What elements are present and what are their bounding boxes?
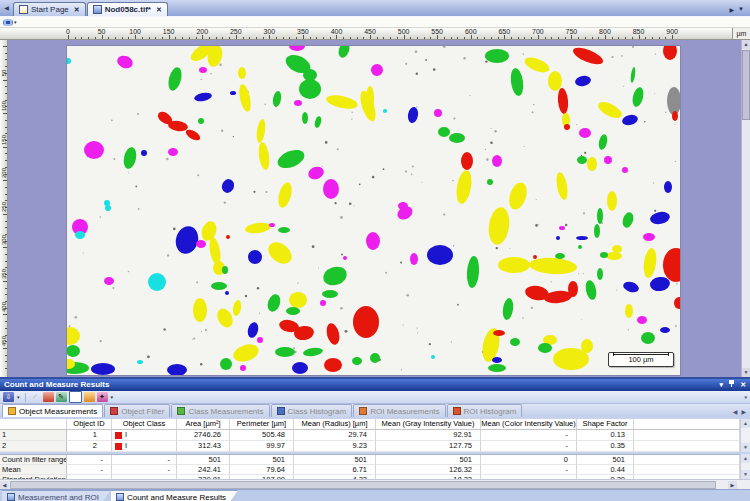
- tab-start-page[interactable]: Start Page ✕: [13, 2, 86, 16]
- cell-area[interactable]: 2746.26: [177, 430, 230, 441]
- statistics-scrollbar[interactable]: ▲ ▼: [740, 454, 750, 479]
- cell-filler[interactable]: [634, 430, 740, 441]
- cell-object-id[interactable]: 1: [67, 430, 112, 441]
- tab-object-filter[interactable]: Object Filter: [104, 404, 170, 417]
- fill-objects-icon[interactable]: [84, 392, 95, 402]
- close-tab-icon[interactable]: ✕: [156, 6, 162, 14]
- pin-icon[interactable]: [728, 379, 735, 392]
- cell-mean-gray[interactable]: 92.91: [376, 430, 481, 441]
- layers-dropdown-icon[interactable]: ▾: [14, 19, 17, 25]
- cell-mean-color[interactable]: -: [481, 430, 577, 441]
- ruler-tick: [672, 35, 673, 39]
- cell-mean-radius[interactable]: 29.74: [294, 430, 376, 441]
- close-tab-icon[interactable]: ✕: [74, 6, 80, 14]
- horizontal-scrollbar[interactable]: ◀ ▶: [0, 479, 750, 489]
- apply-check-icon[interactable]: ✓: [30, 392, 41, 402]
- cell-perimeter[interactable]: 99.97: [230, 441, 294, 452]
- particle: [220, 177, 236, 194]
- export-measurements-icon[interactable]: ⇩: [3, 392, 14, 402]
- panel-menu-icon[interactable]: ▾: [720, 379, 724, 391]
- particle: [556, 236, 560, 240]
- cell-mean-gray[interactable]: Mean (Gray Intensity Value): [376, 419, 481, 430]
- cell-object-class[interactable]: Object Class: [112, 419, 177, 430]
- segmented-image[interactable]: 100 µm: [67, 46, 680, 375]
- hscroll-thumb[interactable]: [10, 481, 716, 489]
- bottom-tab-count-and-measure-results[interactable]: Count and Measure Results: [111, 490, 238, 501]
- scroll-thumb[interactable]: [742, 50, 750, 120]
- statistics-scroll-down-icon[interactable]: ▼: [741, 470, 750, 479]
- cell-perimeter[interactable]: Perimeter [µm]: [230, 419, 294, 430]
- cell-area[interactable]: 312.43: [177, 441, 230, 452]
- cell-mean-gray[interactable]: 127.75: [376, 441, 481, 452]
- tab-image-document[interactable]: Nod058c.tif* ✕: [87, 2, 168, 16]
- cell-object-class[interactable]: I: [112, 430, 177, 441]
- ruler-label: 50: [92, 28, 112, 35]
- bottom-tab-measurement-and-roi[interactable]: Measurement and ROI: [2, 490, 111, 501]
- table-scrollbar[interactable]: ▲ ▼: [740, 419, 750, 452]
- roi-rectangle-icon[interactable]: [69, 391, 82, 403]
- ruler-tick: [81, 37, 82, 39]
- wand-dropdown-icon[interactable]: ▾: [111, 394, 114, 400]
- cell-area[interactable]: Area [µm²]: [177, 419, 230, 430]
- table-scroll-up-icon[interactable]: ▲: [741, 419, 750, 428]
- ruler-tick: [625, 37, 626, 39]
- draw-object-icon[interactable]: ✎: [56, 392, 67, 402]
- cell-filler[interactable]: [634, 419, 740, 430]
- cell-mean-radius[interactable]: 9.23: [294, 441, 376, 452]
- results-tabs-scroll-right-icon[interactable]: ▶: [741, 408, 746, 415]
- particle: [323, 179, 339, 199]
- cell-perimeter[interactable]: 505.48: [230, 430, 294, 441]
- results-tabs-scroll-left-icon[interactable]: ◀: [733, 408, 738, 415]
- cell-mean-color[interactable]: -: [481, 441, 577, 452]
- cell-row-label[interactable]: 1: [0, 430, 67, 441]
- particle: [193, 298, 207, 322]
- export-dropdown-icon[interactable]: ▾: [17, 394, 20, 400]
- toolbar-overflow-icon[interactable]: ▾: [744, 394, 747, 400]
- ruler-tick: [276, 37, 277, 39]
- tab-class-measurements[interactable]: Class Measurements: [171, 404, 269, 417]
- ruler-tick: [196, 37, 197, 39]
- scroll-left-icon[interactable]: ◀: [0, 481, 9, 489]
- cell-row-label[interactable]: [0, 419, 67, 430]
- ruler-tick: [551, 37, 552, 39]
- cell-mean-color[interactable]: Mean (Color Intensity Value): [481, 419, 577, 430]
- tab-scroll-left-icon[interactable]: ◀: [1, 2, 12, 15]
- bottom-tab-measurement-and-roi-icon: [7, 493, 15, 501]
- statistics-scroll-up-icon[interactable]: ▲: [741, 454, 750, 463]
- ruler-tick: [283, 37, 284, 39]
- classify-objects-icon[interactable]: [43, 392, 54, 402]
- particle: [449, 133, 465, 143]
- scroll-down-icon[interactable]: ▼: [742, 368, 750, 377]
- vertical-scrollbar[interactable]: ▲ ▼: [741, 40, 750, 377]
- cell-object-id[interactable]: Object ID: [67, 419, 112, 430]
- cell-filler[interactable]: [634, 441, 740, 452]
- cell-shape-factor[interactable]: 0.13: [577, 430, 634, 441]
- tab-class-histogram[interactable]: Class Histogram: [271, 404, 353, 417]
- cell-shape-factor[interactable]: 0.35: [577, 441, 634, 452]
- tab-roi-measurements[interactable]: ROI Measurements: [353, 404, 445, 417]
- results-title-bar[interactable]: Count and Measure Results ▾ ✕: [0, 379, 750, 391]
- panel-bottom-tabs: Measurement and ROICount and Measure Res…: [0, 489, 750, 501]
- ruler-tick: [142, 37, 143, 39]
- tab-label: Measurement and ROI: [18, 493, 99, 501]
- tab-scroll-right-icon[interactable]: ▶: [729, 6, 734, 13]
- scroll-right-icon[interactable]: ▶: [728, 481, 737, 489]
- scroll-up-icon[interactable]: ▲: [742, 40, 750, 49]
- cell-object-id[interactable]: 2: [67, 441, 112, 452]
- tab-roi-histogram[interactable]: ROI Histogram: [447, 404, 523, 417]
- results-tab-strip: Object MeasurementsObject FilterClass Me…: [0, 404, 750, 417]
- particle: [502, 297, 515, 320]
- close-panel-icon[interactable]: ✕: [740, 379, 746, 391]
- table-scroll-down-icon[interactable]: ▼: [741, 443, 750, 452]
- cell-row-label[interactable]: 2: [0, 441, 67, 452]
- tab-list-menu-icon[interactable]: ▼: [738, 6, 744, 13]
- tab-object-measurements[interactable]: Object Measurements: [2, 404, 103, 417]
- particle: [597, 208, 603, 224]
- cell-object-class[interactable]: I: [112, 441, 177, 452]
- particle: [438, 127, 450, 137]
- cell-shape-factor[interactable]: Shape Factor: [577, 419, 634, 430]
- layers-icon[interactable]: [3, 19, 13, 26]
- cell-mean-radius[interactable]: Mean (Radius) [µm]: [294, 419, 376, 430]
- magic-wand-icon[interactable]: ✦: [97, 392, 108, 402]
- table-row: 11I2746.26505.4829.7492.91-0.13: [0, 430, 740, 441]
